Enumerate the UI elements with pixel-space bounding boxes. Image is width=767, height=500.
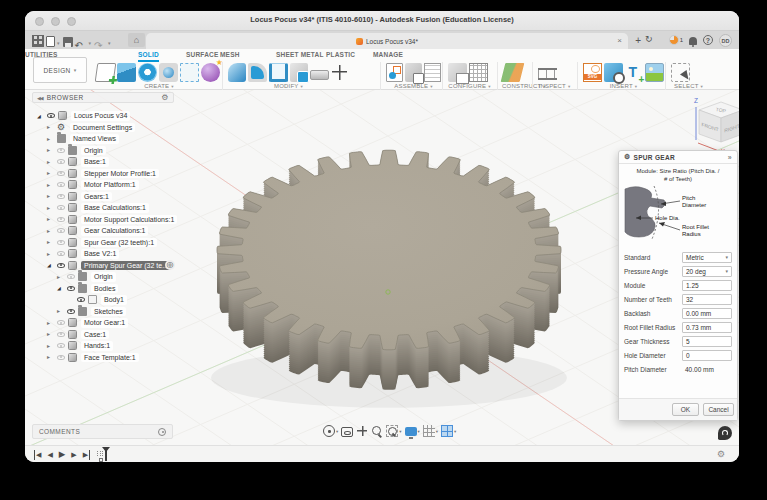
disclosure-triangle-icon[interactable] <box>47 319 55 327</box>
visibility-eye-icon[interactable] <box>55 238 66 247</box>
tree-item-label[interactable]: Motor Gear:1 <box>81 318 128 328</box>
tree-item-label[interactable]: Gear Calculations:1 <box>81 226 148 236</box>
notifications-bell-icon[interactable] <box>689 34 697 46</box>
file-menu-icon[interactable] <box>46 36 55 47</box>
tool-icon[interactable] <box>671 63 690 82</box>
disclosure-triangle-icon[interactable] <box>57 273 65 281</box>
tree-item[interactable]: Hands:1 ◎ <box>32 340 174 352</box>
nav-tool-icon[interactable] <box>341 427 353 437</box>
document-tab[interactable]: Locus Pocus v34* × <box>146 33 628 49</box>
job-status-icon[interactable]: 1 <box>669 34 683 46</box>
browser-header[interactable]: ◀◀ BROWSER ⚙ <box>32 92 174 103</box>
visibility-eye-icon[interactable] <box>55 341 66 350</box>
disclosure-triangle-icon[interactable] <box>47 123 55 131</box>
tool-icon[interactable] <box>424 63 441 82</box>
field-control[interactable]: 32 ▾ <box>682 294 732 305</box>
visibility-eye-icon[interactable] <box>65 284 76 293</box>
tool-icon[interactable] <box>469 63 488 82</box>
activate-component-radio[interactable]: ◎ <box>165 260 175 270</box>
nav-tool-caret-icon[interactable]: ▾ <box>336 429 338 434</box>
redo-icon[interactable] <box>94 35 106 47</box>
disclosure-triangle-icon[interactable] <box>47 181 55 189</box>
tree-item[interactable]: Face Template:1 ◎ <box>32 352 174 364</box>
field-control[interactable]: 20 deg ▾ <box>682 266 732 277</box>
playback-button[interactable] <box>47 450 52 460</box>
group-label-modify[interactable]: MODIFY▾ <box>227 83 350 89</box>
tree-item-label[interactable]: Base V2:1 <box>81 249 119 259</box>
field-control[interactable]: 0.00 mm ▾ <box>682 308 732 319</box>
tool-icon[interactable] <box>159 63 178 82</box>
disclosure-triangle-icon[interactable] <box>47 342 55 350</box>
tree-item-label[interactable]: Face Template:1 <box>81 353 139 363</box>
visibility-eye-icon[interactable] <box>55 318 66 327</box>
tool-icon[interactable] <box>180 63 199 82</box>
tree-item-label[interactable]: Hands:1 <box>81 341 113 351</box>
visibility-eye-icon[interactable] <box>55 203 66 212</box>
nav-tool-caret-icon[interactable]: ▾ <box>399 429 401 434</box>
tool-icon[interactable] <box>386 63 403 82</box>
tool-icon[interactable] <box>95 63 117 82</box>
help-icon[interactable]: ? <box>703 34 713 46</box>
nav-tool-icon[interactable] <box>356 425 368 437</box>
disclosure-triangle-icon[interactable] <box>47 192 55 200</box>
tool-icon[interactable] <box>604 63 623 82</box>
group-label-configure[interactable]: CONFIGURE▾ <box>447 83 492 89</box>
field-control[interactable]: Metric ▾ <box>682 252 732 263</box>
disclosure-triangle-icon[interactable] <box>47 238 55 246</box>
redo-caret[interactable]: ▾ <box>108 40 111 46</box>
tree-item[interactable]: Named Views ◎ <box>32 133 174 145</box>
playback-button[interactable] <box>83 450 90 460</box>
group-label-construct[interactable]: CONSTRUCT▾ <box>502 83 531 89</box>
visibility-eye-icon[interactable] <box>55 330 66 339</box>
tool-icon[interactable] <box>645 63 664 82</box>
new-tab-button[interactable]: + <box>635 34 641 46</box>
nav-tool[interactable]: ▾ <box>441 425 456 437</box>
tree-item-label[interactable]: Origin <box>91 272 116 282</box>
tool-icon[interactable] <box>538 68 557 80</box>
disclosure-triangle-icon[interactable] <box>47 204 55 212</box>
disclosure-triangle-icon[interactable] <box>47 330 55 338</box>
tool-icon[interactable] <box>248 63 266 82</box>
nav-tool[interactable]: ▾ <box>386 425 401 437</box>
nav-tool-icon[interactable] <box>371 425 383 437</box>
field-control[interactable]: 0 ▾ <box>682 350 732 361</box>
tree-item-label[interactable]: Stepper Motor Profile:1 <box>81 169 159 179</box>
disclosure-triangle-icon[interactable] <box>47 158 55 166</box>
collapse-browser-icon[interactable]: ◀◀ <box>37 95 43 101</box>
disclosure-triangle-icon[interactable] <box>47 146 55 154</box>
ribbon-tab[interactable]: SHEET METAL <box>276 51 324 60</box>
field-control[interactable]: 1.25 ▾ <box>682 280 732 291</box>
save-icon[interactable] <box>63 37 73 47</box>
tree-item[interactable]: Case:1 ◎ <box>32 329 174 341</box>
disclosure-triangle-icon[interactable] <box>37 112 45 120</box>
visibility-eye-icon[interactable] <box>55 261 66 270</box>
nav-tool-icon[interactable] <box>441 425 453 437</box>
disclosure-triangle-icon[interactable] <box>47 353 55 361</box>
nav-tool[interactable]: ▾ <box>341 426 353 437</box>
dialog-header[interactable]: ⚙ SPUR GEAR » <box>619 151 737 164</box>
group-label-inspect[interactable]: INSPECT▾ <box>537 83 572 89</box>
tree-item-label[interactable]: Spur Gear (32 teeth):1 <box>81 238 157 248</box>
disclosure-triangle-icon[interactable] <box>47 261 55 269</box>
visibility-eye-icon[interactable] <box>55 226 66 235</box>
tree-item-label[interactable]: Motor Platform:1 <box>81 180 139 190</box>
nav-tool[interactable]: ▾ <box>371 425 383 437</box>
timeline-settings-gear-icon[interactable]: ⚙ <box>717 449 725 459</box>
browser-settings-gear-icon[interactable]: ⚙ <box>161 93 169 103</box>
tool-icon[interactable] <box>405 63 422 82</box>
tree-item[interactable]: Primary Spur Gear (32 te... ◎ <box>32 260 174 272</box>
tool-icon[interactable] <box>448 63 467 82</box>
tool-icon[interactable] <box>269 63 288 82</box>
sync-status-icon[interactable] <box>645 34 659 46</box>
tree-item-label[interactable]: Case:1 <box>81 330 109 340</box>
visibility-eye-icon[interactable] <box>75 295 86 304</box>
nav-tool[interactable]: ▾ <box>423 425 438 437</box>
tool-icon[interactable] <box>583 63 602 82</box>
visibility-eye-icon[interactable] <box>55 215 66 224</box>
tree-item[interactable]: Stepper Motor Profile:1 ◎ <box>32 168 174 180</box>
tree-item[interactable]: Base Calculations:1 ◎ <box>32 202 174 214</box>
home-button[interactable]: ⌂ <box>128 33 145 47</box>
visibility-eye-icon[interactable] <box>55 249 66 258</box>
tree-item-label[interactable]: Primary Spur Gear (32 te... <box>81 261 171 271</box>
ribbon-tab[interactable]: SOLID <box>138 51 159 62</box>
